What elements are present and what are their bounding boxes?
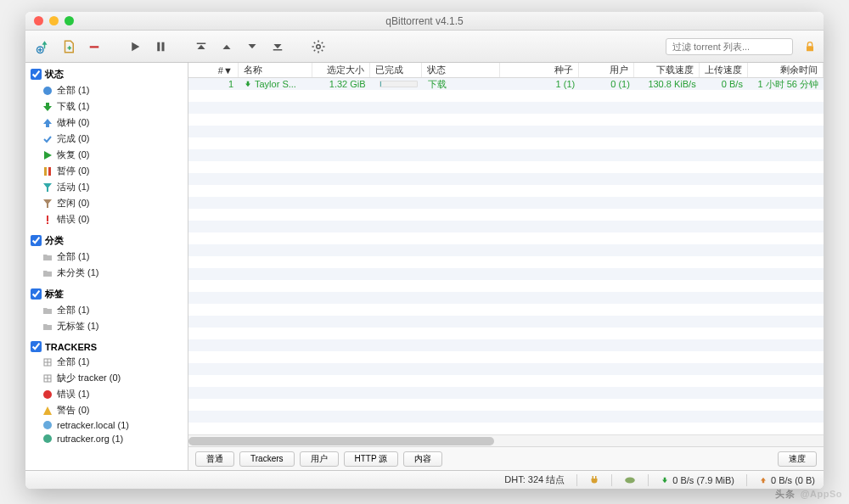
lock-icon[interactable] <box>803 40 817 53</box>
tracker-icon <box>42 373 53 384</box>
svg-rect-8 <box>807 46 813 51</box>
sidebar-item[interactable]: 活动 (1) <box>25 179 188 195</box>
toolbar <box>25 31 824 63</box>
svg-rect-4 <box>197 42 206 44</box>
tab-Trackers[interactable]: Trackers <box>239 451 295 467</box>
arrow-up-icon <box>759 476 767 484</box>
col-ul[interactable]: 上传速度 <box>700 63 748 77</box>
arrow-down-green-icon <box>42 102 53 112</box>
table-header: # ▼ 名称 选定大小 已完成 状态 种子 用户 下载速度 上传速度 剩余时间 <box>188 63 824 78</box>
group-checkbox[interactable] <box>31 235 42 246</box>
maximize-icon[interactable] <box>65 16 74 25</box>
sidebar-item[interactable]: rutracker.org (1) <box>25 432 188 445</box>
pause-icon <box>42 166 53 176</box>
group-checkbox[interactable] <box>31 69 42 80</box>
tab-用户[interactable]: 用户 <box>300 451 339 467</box>
warn-yellow-icon <box>42 406 53 416</box>
sidebar-item[interactable]: 缺少 tracker (0) <box>25 370 188 386</box>
tracker-icon <box>42 357 53 367</box>
sidebar-group-header[interactable]: 状态 <box>25 66 188 82</box>
svg-point-6 <box>317 44 321 48</box>
sidebar-item[interactable]: 恢复 (0) <box>25 147 188 163</box>
resume-button[interactable] <box>124 36 146 58</box>
svg-point-9 <box>43 87 52 95</box>
err-red-icon <box>42 389 53 400</box>
sidebar-item[interactable]: 全部 (1) <box>25 302 188 318</box>
col-eta[interactable]: 剩余时间 <box>748 63 824 77</box>
move-bottom-button[interactable] <box>267 36 289 58</box>
add-link-button[interactable] <box>32 36 54 58</box>
col-peer[interactable]: 用户 <box>579 63 634 77</box>
tab-内容[interactable]: 内容 <box>403 451 442 467</box>
folder-icon <box>42 305 53 316</box>
svg-rect-13 <box>47 222 48 224</box>
settings-button[interactable] <box>307 36 329 58</box>
tab-HTTP 源[interactable]: HTTP 源 <box>344 451 399 467</box>
table-row[interactable]: 1 Taylor S... 1.32 GiB 下载 1 (1) 0 (1) 13… <box>188 78 824 90</box>
sidebar-item[interactable]: 未分类 (1) <box>25 265 188 281</box>
move-up-button[interactable] <box>216 36 238 58</box>
svg-rect-1 <box>90 46 99 48</box>
svg-point-18 <box>43 434 52 443</box>
arrow-up-blue-icon <box>42 118 53 128</box>
search-input[interactable] <box>666 38 793 55</box>
sidebar-item[interactable]: 空闲 (0) <box>25 195 188 211</box>
svg-rect-10 <box>44 167 47 176</box>
pause-button[interactable] <box>149 36 171 58</box>
sidebar-group-header[interactable]: 分类 <box>25 232 188 249</box>
svg-rect-12 <box>47 216 48 221</box>
svg-point-19 <box>625 477 635 483</box>
statusbar: DHT: 324 结点 0 B/s (7.9 MiB) 0 B/s (0 B) <box>25 470 824 489</box>
sidebar-item[interactable]: 无标签 (1) <box>25 318 188 334</box>
plug-icon[interactable] <box>589 475 599 485</box>
svg-point-16 <box>43 390 52 399</box>
arrow-down-icon <box>244 80 252 88</box>
svg-rect-2 <box>157 42 160 51</box>
progress-bar <box>380 81 418 87</box>
sidebar-item[interactable]: 暂停 (0) <box>25 163 188 179</box>
window-title: qBittorrent v4.1.5 <box>25 15 824 27</box>
group-checkbox[interactable] <box>31 288 42 300</box>
folder-icon <box>42 322 53 332</box>
sidebar-item[interactable]: 警告 (0) <box>25 402 188 418</box>
minimize-icon[interactable] <box>49 16 59 25</box>
svg-point-17 <box>43 421 52 429</box>
circle-blue-icon <box>42 86 53 96</box>
main-panel: # ▼ 名称 选定大小 已完成 状态 种子 用户 下载速度 上传速度 剩余时间 … <box>188 63 824 470</box>
sidebar-item[interactable]: 全部 (1) <box>25 82 188 98</box>
col-seed[interactable]: 种子 <box>500 63 579 77</box>
sidebar-item[interactable]: 错误 (1) <box>25 386 188 402</box>
horizontal-scrollbar[interactable] <box>188 434 824 446</box>
col-name[interactable]: 名称 <box>239 63 312 77</box>
close-icon[interactable] <box>34 16 43 25</box>
tab-speed[interactable]: 速度 <box>778 451 817 467</box>
sidebar-group-header[interactable]: TRACKERS <box>25 339 188 354</box>
sidebar-item[interactable]: 全部 (1) <box>25 249 188 265</box>
titlebar: qBittorrent v4.1.5 <box>25 12 824 31</box>
sidebar-group-header[interactable]: 标签 <box>25 286 188 302</box>
sidebar-item[interactable]: 错误 (0) <box>25 211 188 227</box>
move-down-button[interactable] <box>241 36 263 58</box>
add-file-button[interactable] <box>58 36 80 58</box>
col-size[interactable]: 选定大小 <box>312 63 370 77</box>
col-dl[interactable]: 下载速度 <box>634 63 700 77</box>
table-body[interactable]: 1 Taylor S... 1.32 GiB 下载 1 (1) 0 (1) 13… <box>188 78 824 434</box>
funnel-brown-icon <box>42 199 53 209</box>
group-checkbox[interactable] <box>31 341 42 352</box>
globe-icon[interactable] <box>624 476 636 484</box>
sidebar-item[interactable]: 全部 (1) <box>25 354 188 370</box>
check-blue-icon <box>42 134 53 144</box>
warn-red-icon <box>42 215 53 225</box>
sidebar-item[interactable]: 下载 (1) <box>25 98 188 115</box>
remove-button[interactable] <box>83 36 105 58</box>
sidebar-item[interactable]: retracker.local (1) <box>25 418 188 432</box>
sidebar-item[interactable]: 完成 (0) <box>25 131 188 147</box>
col-num[interactable]: # ▼ <box>188 63 239 77</box>
col-status[interactable]: 状态 <box>422 63 501 77</box>
sidebar-item[interactable]: 做种 (0) <box>25 115 188 131</box>
move-top-button[interactable] <box>190 36 212 58</box>
tab-普通[interactable]: 普通 <box>195 451 234 467</box>
funnel-teal-icon <box>42 182 53 193</box>
col-done[interactable]: 已完成 <box>370 63 422 77</box>
arrow-down-icon <box>661 476 669 484</box>
